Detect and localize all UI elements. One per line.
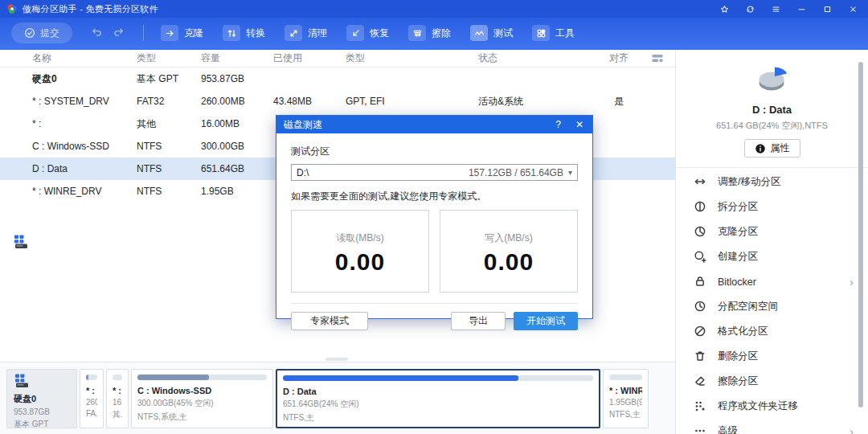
toolbar-button-convert[interactable]: 转换 — [219, 23, 269, 43]
toolbar-button-recover[interactable]: 恢复 — [342, 23, 393, 43]
format-icon — [694, 325, 707, 338]
more-icon — [694, 424, 707, 434]
dropdown-caret-icon: ▾ — [568, 168, 572, 177]
table-header: 名称类型容量已使用类型状态对齐 — [0, 50, 675, 68]
toolbar-button-clone[interactable]: 克隆 — [157, 23, 207, 43]
lock-icon — [694, 275, 707, 289]
expert-mode-button[interactable]: 专家模式 — [291, 312, 368, 330]
wipe-icon — [694, 375, 707, 388]
sidebar: D : Data 651.64 GB(24% 空闲),NTFS 属性 调整/移动… — [675, 50, 868, 434]
toolbar-button-clean[interactable]: 清理 — [280, 23, 331, 43]
dialog-help-icon[interactable]: ? — [555, 119, 561, 130]
read-speed-label: 读取(MB/s) — [292, 231, 428, 245]
convert-icon — [223, 25, 240, 41]
partition-block-text: FA... — [86, 409, 97, 418]
partition-block-text: NTFS,系统,主 — [137, 411, 267, 423]
column-header[interactable]: 状态 — [478, 51, 591, 65]
partition-block-text: * : ... — [86, 386, 97, 395]
cell-capacity: 953.87GB — [201, 73, 273, 84]
toolbar-button-label: 转换 — [246, 27, 265, 40]
export-button[interactable]: 导出 — [451, 312, 506, 330]
usage-bar-fill — [283, 375, 518, 381]
sidebar-item-label: 擦除分区 — [718, 375, 758, 388]
column-header[interactable]: 容量 — [201, 51, 273, 65]
cell-name: C : Windows-SSD — [0, 141, 137, 152]
diskmap-partition-block[interactable]: D : Data651.64GB(24% 空闲)NTFS,主 — [276, 369, 600, 428]
table-row[interactable]: * : SYSTEM_DRVFAT32260.00MB43.48MBGPT, E… — [0, 90, 675, 113]
partition-block-text: D : Data — [283, 387, 593, 396]
minimize-icon[interactable] — [792, 2, 810, 15]
partition-block-text: * : WINRE_... — [609, 386, 642, 395]
start-test-button[interactable]: 开始测试 — [514, 312, 578, 330]
test-icon — [470, 25, 488, 41]
cell-aligned: 是 — [591, 95, 647, 108]
cell-name: 硬盘0 — [0, 72, 137, 86]
sidebar-item-format[interactable]: 格式化分区 — [676, 319, 868, 344]
cell-capacity: 651.64GB — [201, 163, 273, 174]
toolbar-button-label: 恢复 — [370, 27, 389, 40]
diskmap-partition-block[interactable]: * : WINRE_...1.95GB(99%...NTFS,主 — [603, 369, 649, 428]
diskmap-partition-block[interactable]: * :16...其... — [106, 369, 129, 428]
partition-block-text: * : — [113, 386, 122, 395]
sidebar-item-migrate[interactable]: 程序或文件夹迁移 — [676, 394, 868, 419]
sidebar-item-wipe[interactable]: 擦除分区 — [676, 369, 868, 394]
diskmap-partition-block[interactable]: C : Windows-SSD300.00GB(45% 空闲)NTFS,系统,主 — [131, 369, 273, 428]
cell-capacity: 300.00GB — [201, 141, 273, 152]
sidebar-item-label: 调整/移动分区 — [718, 175, 780, 189]
disk-icon — [14, 380, 31, 391]
sidebar-item-split[interactable]: 拆分分区 — [676, 194, 868, 219]
properties-button[interactable]: 属性 — [744, 139, 800, 158]
column-header[interactable]: 名称 — [0, 51, 137, 65]
sidebar-item-resize-move[interactable]: 调整/移动分区 — [676, 170, 868, 194]
sidebar-item-more[interactable]: 高级› — [676, 419, 868, 434]
test-partition-label: 测试分区 — [291, 145, 578, 158]
split-icon — [694, 200, 707, 214]
disk-block-text: 硬盘0 — [14, 393, 70, 405]
write-speed-label: 写入(MB/s) — [440, 231, 577, 245]
partition-select-value: D:\ — [297, 167, 309, 178]
toolbar-button-tools[interactable]: 工具 — [528, 23, 579, 43]
disk-map: 硬盘0953.87GB基本 GPT* : ...260...FA...* :16… — [0, 362, 675, 434]
cell-status: 活动&系统 — [478, 95, 591, 108]
toolbar-button-test[interactable]: 测试 — [466, 23, 517, 43]
table-row[interactable]: 硬盘0基本 GPT953.87GB — [0, 68, 675, 90]
sync-icon[interactable] — [741, 2, 759, 15]
diskmap-disk-block[interactable]: 硬盘0953.87GB基本 GPT — [6, 369, 77, 428]
partition-select[interactable]: D:\ 157.12GB / 651.64GB ▾ — [291, 164, 578, 181]
dialog-close-icon[interactable]: ✕ — [575, 119, 583, 130]
column-header[interactable]: 类型 — [137, 51, 201, 65]
diskmap-partition-block[interactable]: * : ...260...FA... — [80, 369, 104, 428]
sidebar-item-label: 创建分区 — [718, 250, 758, 264]
sidebar-divider — [676, 167, 868, 168]
recover-icon — [346, 25, 364, 41]
toolbar-divider — [143, 25, 144, 41]
maximize-icon[interactable] — [818, 2, 836, 15]
cell-type: NTFS — [137, 163, 201, 174]
sidebar-item-clock[interactable]: 分配空闲空间 — [676, 294, 868, 319]
close-icon[interactable] — [844, 2, 862, 15]
undo-icon[interactable] — [90, 27, 102, 39]
column-header[interactable]: 对齐 — [591, 51, 647, 65]
sidebar-item-clone-part[interactable]: 克隆分区 — [676, 219, 868, 244]
submit-button[interactable]: 提交 — [11, 23, 72, 43]
sidebar-item-trash[interactable]: 删除分区 — [676, 344, 868, 369]
read-speed-value: 0.00 — [292, 248, 428, 276]
app-window: 傲梅分区助手 - 免费无损分区软件 提交 克隆转换清理恢复擦除测试工具 名称类型… — [0, 0, 868, 434]
cell-name: * : — [0, 118, 137, 129]
cell-fstype: GPT, EFI — [346, 96, 478, 107]
toolbar-button-erase[interactable]: 擦除 — [404, 23, 455, 43]
view-list-icon[interactable] — [651, 53, 664, 64]
cell-type: 基本 GPT — [137, 72, 201, 86]
sidebar-item-lock[interactable]: Bitlocker› — [676, 269, 868, 294]
menu-icon[interactable] — [767, 2, 784, 15]
sidebar-scrollbar-thumb[interactable] — [858, 62, 863, 407]
clone-icon — [161, 25, 178, 41]
column-header[interactable]: 已使用 — [273, 51, 346, 65]
cell-capacity: 260.00MB — [201, 96, 273, 107]
dialog-titlebar[interactable]: 磁盘测速 ? ✕ — [276, 116, 592, 133]
column-header[interactable]: 类型 — [346, 51, 478, 65]
favorite-icon[interactable] — [715, 2, 733, 15]
horizontal-scrollbar-thumb[interactable] — [326, 358, 348, 361]
sidebar-item-create-part[interactable]: 创建分区 — [676, 244, 868, 269]
redo-icon[interactable] — [113, 27, 125, 39]
